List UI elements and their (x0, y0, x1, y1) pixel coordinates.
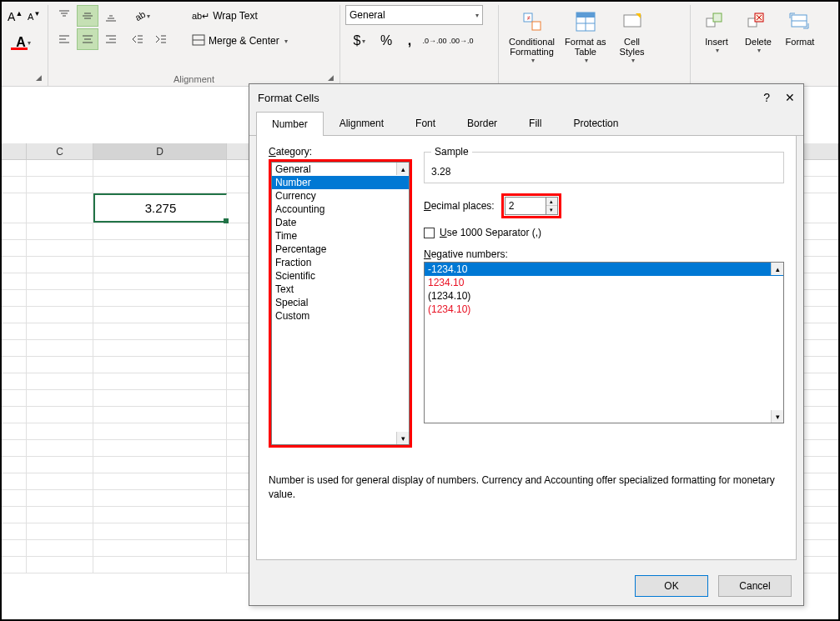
close-button[interactable]: ✕ (785, 91, 795, 104)
chevron-down-icon: ▾ (475, 12, 479, 19)
tab-number[interactable]: Number (256, 112, 324, 136)
negative-item[interactable]: 1234.10 (425, 276, 783, 289)
conditional-formatting-button[interactable]: ≠ Conditional Formatting▾ (504, 5, 560, 73)
align-middle-button[interactable] (77, 5, 98, 27)
insert-icon (703, 8, 730, 35)
decimal-places-spinner[interactable]: ▴ ▾ (505, 197, 558, 215)
category-item[interactable]: Date (272, 216, 409, 229)
tab-font[interactable]: Font (400, 111, 451, 135)
tab-alignment[interactable]: Alignment (324, 111, 400, 135)
increase-font-button[interactable]: A▲ (7, 5, 24, 27)
align-right-button[interactable] (100, 28, 122, 50)
fill-handle[interactable] (224, 218, 229, 223)
ok-button[interactable]: OK (635, 575, 708, 597)
font-color-button[interactable]: A ▾ (7, 32, 40, 53)
ribbon: A▲ A▼ A ▾ ◢ (2, 2, 838, 87)
category-item[interactable]: Fraction (272, 256, 409, 269)
comma-format-button[interactable]: , (399, 30, 420, 52)
dialog-titlebar: Format Cells ? ✕ (249, 84, 803, 111)
category-item[interactable]: Custom (272, 309, 409, 323)
alignment-dialog-launcher[interactable]: ◢ (328, 73, 338, 83)
cancel-button[interactable]: Cancel (718, 575, 792, 597)
number-format-value: General (350, 9, 385, 21)
wrap-text-button[interactable]: ab↵ Wrap Text (187, 5, 293, 27)
wrap-text-icon: ab↵ (192, 11, 209, 22)
scroll-down-icon[interactable]: ▾ (771, 410, 783, 423)
tab-fill[interactable]: Fill (513, 111, 557, 135)
column-header-c[interactable]: C (27, 143, 93, 159)
use-separator-checkbox[interactable] (424, 228, 435, 238)
negative-numbers-label: Negative numbers: (424, 248, 784, 260)
decimal-places-input[interactable] (506, 198, 546, 214)
negative-item[interactable]: (1234.10) (425, 289, 783, 303)
negative-numbers-list[interactable]: ▴ -1234.10 1234.10 (1234.10) (1234.10) ▾ (424, 262, 784, 423)
orientation-button[interactable]: ab▾ (127, 5, 158, 27)
svg-rect-30 (576, 13, 595, 18)
delete-button[interactable]: Delete▾ (737, 5, 779, 73)
increase-decimal-button[interactable]: .0→.00 (422, 30, 447, 52)
category-item[interactable]: Time (272, 229, 409, 243)
dialog-tabs: Number Alignment Font Border Fill Protec… (249, 111, 803, 136)
decrease-indent-button[interactable] (127, 28, 148, 50)
format-button[interactable]: Format (779, 5, 821, 73)
category-item[interactable]: Text (272, 283, 409, 296)
align-left-button[interactable] (53, 28, 75, 50)
svg-rect-27 (532, 22, 541, 30)
align-center-button[interactable] (77, 28, 98, 50)
tab-border[interactable]: Border (451, 111, 513, 135)
category-item[interactable]: Percentage (272, 243, 409, 256)
number-format-combo[interactable]: General ▾ (345, 5, 483, 25)
decimal-places-label: Decimal places: (424, 200, 495, 212)
negative-item[interactable]: (1234.10) (425, 303, 783, 316)
sample-value: 3.28 (431, 166, 777, 178)
svg-rect-36 (713, 13, 722, 22)
scroll-up-icon[interactable]: ▴ (771, 263, 783, 275)
align-bottom-button[interactable] (100, 5, 122, 27)
category-item[interactable]: Accounting (272, 203, 409, 216)
use-separator-label: Use 1000 Separator (,) (440, 227, 541, 238)
spinner-up-icon[interactable]: ▴ (546, 198, 557, 206)
delete-icon (745, 8, 772, 35)
svg-rect-33 (624, 15, 641, 27)
scroll-up-icon[interactable]: ▴ (396, 163, 409, 175)
format-as-table-icon (572, 8, 599, 35)
help-button[interactable]: ? (763, 91, 770, 104)
scroll-down-icon[interactable]: ▾ (396, 432, 409, 444)
svg-text:≠: ≠ (527, 15, 531, 21)
decrease-font-button[interactable]: A▼ (26, 5, 43, 27)
dialog-title: Format Cells (258, 92, 319, 104)
percent-format-button[interactable]: % (375, 30, 397, 52)
sample-label: Sample (431, 146, 472, 158)
cell-styles-icon (619, 8, 646, 35)
format-cells-dialog: Format Cells ? ✕ Number Alignment Font B… (249, 83, 804, 606)
align-top-button[interactable] (53, 5, 75, 27)
category-item[interactable]: Currency (272, 189, 409, 203)
merge-icon (192, 34, 205, 48)
merge-center-label: Merge & Center (209, 35, 279, 47)
accounting-format-button[interactable]: $▾ (345, 30, 374, 52)
merge-center-button[interactable]: Merge & Center ▾ (187, 30, 293, 52)
format-icon (787, 8, 813, 35)
wrap-text-label: Wrap Text (213, 10, 258, 22)
sample-box: Sample 3.28 (424, 146, 784, 183)
category-item[interactable]: Number (272, 176, 409, 189)
category-item[interactable]: Special (272, 296, 409, 309)
cell-value: 3.275 (145, 201, 177, 215)
cell-styles-button[interactable]: Cell Styles▾ (611, 5, 653, 73)
category-item[interactable]: Scientific (272, 269, 409, 283)
category-description: Number is used for general display of nu… (269, 473, 784, 502)
spinner-down-icon[interactable]: ▾ (546, 206, 557, 214)
conditional-formatting-icon: ≠ (519, 8, 546, 35)
negative-item[interactable]: -1234.10 (425, 263, 783, 276)
category-list[interactable]: ▴ General Number Currency Accounting Dat… (271, 162, 410, 445)
dialog-launcher-icon[interactable]: ◢ (36, 73, 46, 83)
category-item[interactable]: General (272, 163, 409, 176)
column-header-d[interactable]: D (93, 143, 227, 159)
increase-indent-button[interactable] (150, 28, 172, 50)
decrease-decimal-button[interactable]: .00→.0 (449, 30, 474, 52)
selected-cell[interactable]: 3.275 (93, 193, 227, 223)
format-as-table-button[interactable]: Format as Table▾ (560, 5, 611, 73)
insert-button[interactable]: Insert▾ (696, 5, 737, 73)
category-label: Category: (269, 146, 409, 158)
tab-protection[interactable]: Protection (557, 111, 634, 135)
